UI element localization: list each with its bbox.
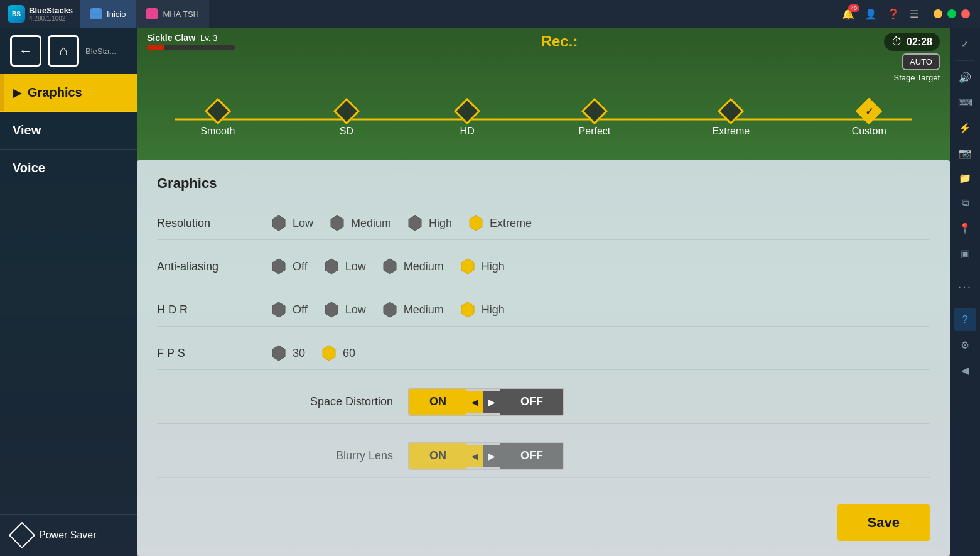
aa-low[interactable]: Low	[323, 258, 366, 275]
hex-hdr-medium	[381, 301, 399, 319]
quality-sd[interactable]: SD	[337, 102, 356, 137]
multiinstance-icon[interactable]: ▣	[954, 242, 976, 264]
space-distortion-on[interactable]: ON	[409, 389, 466, 415]
screenshot-icon[interactable]: 📷	[954, 141, 976, 164]
anti-aliasing-options: Off Low Medium	[270, 258, 505, 275]
space-distortion-on-label: ON	[429, 395, 446, 408]
minimize-button[interactable]	[934, 9, 942, 18]
aa-off[interactable]: Off	[270, 258, 308, 275]
macro-icon[interactable]: ⚡	[954, 116, 976, 139]
fps-60[interactable]: 60	[320, 344, 355, 362]
resolution-high-label: High	[429, 217, 452, 230]
keyboard-icon[interactable]: ⌨	[954, 91, 976, 114]
volume-icon[interactable]: 🔊	[954, 66, 976, 89]
location-icon[interactable]: 📍	[954, 217, 976, 239]
sidebar-item-graphics[interactable]: ▶ Graphics	[0, 74, 137, 112]
quality-extreme[interactable]: Extreme	[713, 102, 750, 137]
app-version: 4.280.1.1002	[29, 15, 73, 22]
save-button[interactable]: Save	[837, 504, 930, 541]
blurry-toggle-arrow-right-icon[interactable]: ▶	[483, 445, 500, 467]
toggle-arrow-left-icon[interactable]: ◀	[466, 391, 483, 413]
quality-hd[interactable]: HD	[458, 102, 477, 137]
timer: ⏱ 02:28	[884, 33, 940, 51]
more-icon[interactable]: ···	[954, 275, 976, 298]
power-saver-button[interactable]: Power Saver	[0, 514, 137, 556]
window-controls: 🔔 40 👤 ❓ ☰	[832, 8, 980, 20]
space-distortion-off[interactable]: OFF	[500, 389, 563, 415]
svg-marker-0	[272, 215, 285, 231]
blurry-lens-row: Blurry Lens ON ◀ ▶ OFF	[157, 434, 930, 478]
sidebar-item-voice[interactable]: Voice	[0, 150, 137, 187]
back-nav-icon[interactable]: ◀	[954, 359, 976, 381]
sidebar-item-view[interactable]: View	[0, 112, 137, 150]
fps-60-label: 60	[343, 347, 355, 360]
account-icon[interactable]: 👤	[864, 8, 877, 20]
hdr-label: H D R	[157, 303, 270, 317]
tab-inicio[interactable]: Inicio	[80, 0, 136, 28]
settings-icon[interactable]: ⚙	[954, 334, 976, 356]
svg-marker-10	[384, 302, 396, 317]
resolution-extreme[interactable]: Extreme	[467, 214, 532, 232]
menu-icon[interactable]: ☰	[910, 8, 918, 20]
svg-marker-4	[272, 259, 285, 274]
bluestacks-icon: BS	[8, 5, 25, 23]
close-button[interactable]	[961, 9, 970, 18]
help-panel-icon[interactable]: ?	[954, 308, 976, 331]
hex-fps-60	[320, 344, 338, 362]
hex-hdr-high	[459, 301, 477, 319]
auto-button[interactable]: AUTO	[902, 53, 940, 70]
hdr-high[interactable]: High	[459, 301, 505, 319]
hd-label: HD	[460, 126, 475, 137]
blurry-lens-toggle[interactable]: ON ◀ ▶ OFF	[408, 442, 564, 470]
anti-aliasing-label: Anti-aliasing	[157, 260, 270, 273]
sd-diamond	[333, 98, 360, 124]
tab-inicio-icon	[90, 8, 102, 19]
tab-inicio-label: Inicio	[107, 9, 126, 19]
tab-mha-label: MHA TSH	[163, 9, 199, 19]
home-button[interactable]: ⌂	[48, 35, 79, 67]
space-distortion-row: Space Distortion ON ◀ ▶ OFF	[157, 380, 930, 424]
svg-marker-3	[470, 215, 482, 231]
aa-off-label: Off	[293, 260, 308, 273]
copy-icon[interactable]: ⧉	[954, 192, 976, 214]
toggle-arrow-right-icon[interactable]: ▶	[483, 391, 500, 413]
blurry-lens-on[interactable]: ON	[409, 443, 466, 469]
quality-perfect[interactable]: Perfect	[579, 102, 611, 137]
resolution-low[interactable]: Low	[270, 214, 313, 232]
extreme-label: Extreme	[713, 126, 750, 137]
hdr-low[interactable]: Low	[323, 301, 366, 319]
aa-medium[interactable]: Medium	[381, 258, 444, 275]
resolution-high[interactable]: High	[406, 214, 452, 232]
auto-label: AUTO	[910, 57, 932, 67]
tab-mha[interactable]: MHA TSH	[136, 0, 210, 28]
aa-low-label: Low	[345, 260, 366, 273]
folder-icon[interactable]: 📁	[954, 166, 976, 189]
notification-button[interactable]: 🔔 40	[842, 8, 854, 20]
quality-custom[interactable]: ✓ Custom	[852, 102, 886, 137]
hdr-off[interactable]: Off	[270, 301, 308, 319]
hdr-row: H D R Off Low	[157, 293, 930, 327]
blurry-lens-off[interactable]: OFF	[500, 443, 563, 469]
back-button[interactable]: ←	[10, 35, 41, 67]
quality-smooth[interactable]: Smooth	[200, 102, 235, 137]
resolution-medium[interactable]: Medium	[328, 214, 391, 232]
hdr-high-label: High	[482, 303, 505, 317]
hex-res-extreme	[467, 214, 485, 232]
blurry-toggle-arrow-left-icon[interactable]: ◀	[466, 445, 483, 467]
expand-icon[interactable]: ⤢	[954, 33, 976, 55]
enemy-info: Sickle Claw Lv. 3	[147, 33, 235, 50]
maximize-button[interactable]	[947, 9, 956, 18]
fps-30[interactable]: 30	[270, 344, 305, 362]
resolution-row: Resolution Low Medium	[157, 207, 930, 240]
help-icon[interactable]: ❓	[887, 8, 900, 20]
enemy-name: Sickle Claw	[147, 33, 195, 43]
aa-high[interactable]: High	[459, 258, 505, 275]
panel-content: Graphics Resolution Low Medium	[137, 160, 950, 556]
left-sidebar: ← ⌂ BleSta... ▶ Graphics View Voice Powe…	[0, 28, 137, 556]
svg-marker-12	[272, 346, 285, 361]
fps-30-label: 30	[293, 347, 305, 360]
svg-marker-6	[384, 259, 396, 274]
rec-label: Rec.:	[541, 33, 578, 50]
hdr-medium[interactable]: Medium	[381, 301, 444, 319]
space-distortion-toggle[interactable]: ON ◀ ▶ OFF	[408, 388, 564, 416]
